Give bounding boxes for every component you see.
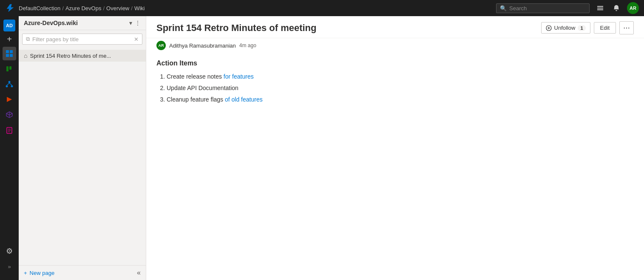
activity-bar-bottom: ⚙ » bbox=[3, 244, 16, 277]
svg-line-13 bbox=[9, 83, 12, 85]
filter-icon: ⧉ bbox=[26, 36, 30, 42]
sidebar-tree: ⌂ Sprint 154 Retro Minutes of me... bbox=[19, 48, 146, 265]
content-body: Action Items Create release notes for fe… bbox=[146, 53, 644, 280]
add-project-button[interactable]: + bbox=[3, 33, 15, 45]
action-item-3: Cleanup feature flags of old features bbox=[167, 95, 634, 104]
sidebar-collapse-icon[interactable]: « bbox=[137, 269, 141, 277]
svg-point-10 bbox=[6, 85, 8, 88]
main-layout: AD + ⚙ » bbox=[0, 16, 644, 280]
svg-point-11 bbox=[11, 85, 13, 88]
action-item-1-text: Create release notes bbox=[167, 73, 224, 80]
app-logo[interactable] bbox=[5, 3, 15, 13]
activity-pipelines[interactable] bbox=[3, 93, 16, 106]
new-page-button[interactable]: + New page bbox=[24, 270, 54, 276]
activity-boards[interactable] bbox=[3, 62, 16, 76]
wiki-title: Azure-DevOps.wiki bbox=[24, 20, 127, 26]
breadcrumb-wiki[interactable]: Wiki bbox=[134, 5, 145, 11]
home-icon: ⌂ bbox=[24, 52, 27, 59]
search-input[interactable] bbox=[509, 5, 586, 11]
add-page-icon: + bbox=[24, 270, 27, 276]
clear-filter-icon[interactable]: ✕ bbox=[134, 36, 139, 42]
content-header: Sprint 154 Retro Minutes of meeting Unfo… bbox=[146, 16, 644, 38]
breadcrumb-sep-2: / bbox=[103, 5, 105, 11]
author-name: Adithya Ramasubramanian bbox=[169, 42, 236, 49]
collapse-icon[interactable]: » bbox=[3, 260, 16, 273]
action-item-1: Create release notes for features bbox=[167, 72, 634, 81]
svg-point-9 bbox=[9, 81, 11, 83]
section-heading: Action Items bbox=[156, 59, 634, 67]
activity-bar-top: AD + bbox=[3, 20, 16, 243]
unfollow-label: Unfollow bbox=[554, 25, 576, 31]
content-actions: Unfollow 1 Edit ⋯ bbox=[541, 21, 634, 34]
svg-rect-8 bbox=[9, 66, 11, 70]
svg-rect-7 bbox=[6, 66, 9, 71]
sidebar-footer: + New page « bbox=[19, 265, 146, 280]
sidebar: Azure-DevOps.wiki ▾ ⋮ ⧉ ✕ ⌂ Sprint 154 R… bbox=[19, 16, 146, 280]
svg-rect-1 bbox=[597, 8, 603, 8]
svg-rect-6 bbox=[10, 54, 13, 57]
action-items-list: Create release notes for features Update… bbox=[156, 72, 634, 104]
activity-testplans[interactable] bbox=[3, 123, 16, 137]
new-page-label: New page bbox=[30, 270, 55, 276]
list-icon[interactable] bbox=[595, 3, 606, 14]
breadcrumb-sep-1: / bbox=[62, 5, 64, 11]
action-item-2-text: Update API Documentation bbox=[167, 85, 238, 91]
action-item-3-link[interactable]: of old features bbox=[225, 96, 263, 103]
search-icon: 🔍 bbox=[500, 5, 507, 11]
svg-rect-5 bbox=[6, 54, 9, 57]
activity-repos[interactable] bbox=[3, 77, 16, 91]
edit-button[interactable]: Edit bbox=[594, 22, 616, 34]
action-item-2: Update API Documentation bbox=[167, 84, 634, 93]
more-icon: ⋯ bbox=[623, 24, 630, 32]
follow-count: 1 bbox=[578, 25, 585, 31]
more-options-button[interactable]: ⋯ bbox=[619, 21, 634, 34]
wiki-more-icon[interactable]: ⋮ bbox=[135, 20, 141, 26]
svg-rect-4 bbox=[10, 50, 13, 53]
top-navigation: DefaultCollection / Azure DevOps / Overv… bbox=[0, 0, 644, 16]
top-nav-right: 🔍 AR bbox=[496, 2, 639, 14]
activity-artifacts[interactable] bbox=[3, 108, 16, 122]
svg-marker-14 bbox=[7, 97, 12, 102]
unfollow-button[interactable]: Unfollow 1 bbox=[541, 22, 590, 34]
action-item-3-text: Cleanup feature flags bbox=[167, 96, 225, 103]
svg-line-12 bbox=[7, 83, 9, 85]
project-icon[interactable]: AD bbox=[3, 20, 15, 31]
tree-item-label: Sprint 154 Retro Minutes of me... bbox=[30, 53, 111, 59]
user-avatar[interactable]: AR bbox=[627, 2, 639, 14]
time-ago: 4m ago bbox=[239, 42, 256, 48]
sidebar-header: Azure-DevOps.wiki ▾ ⋮ bbox=[19, 16, 146, 30]
settings-icon[interactable]: ⚙ bbox=[3, 244, 16, 258]
svg-rect-0 bbox=[597, 6, 603, 7]
wiki-dropdown-icon[interactable]: ▾ bbox=[129, 20, 132, 26]
sidebar-item-sprint154[interactable]: ⌂ Sprint 154 Retro Minutes of me... bbox=[19, 50, 146, 62]
svg-rect-2 bbox=[597, 9, 603, 10]
activity-overview[interactable] bbox=[3, 47, 16, 60]
author-avatar: AR bbox=[156, 41, 166, 50]
svg-rect-3 bbox=[6, 50, 9, 53]
notification-icon[interactable] bbox=[611, 3, 622, 14]
activity-bar: AD + ⚙ » bbox=[0, 16, 19, 280]
breadcrumb-azuredevops[interactable]: Azure DevOps bbox=[65, 5, 102, 11]
breadcrumb-overview[interactable]: Overview bbox=[106, 5, 129, 11]
sidebar-filter-box[interactable]: ⧉ ✕ bbox=[22, 34, 142, 45]
action-item-1-link[interactable]: for features bbox=[224, 73, 254, 80]
content-meta: AR Adithya Ramasubramanian 4m ago bbox=[146, 38, 644, 53]
content-area: Sprint 154 Retro Minutes of meeting Unfo… bbox=[146, 16, 644, 280]
search-box[interactable]: 🔍 bbox=[496, 3, 590, 13]
breadcrumb-sep-3: / bbox=[131, 5, 133, 11]
filter-input[interactable] bbox=[32, 36, 131, 42]
breadcrumb-defaultcollection[interactable]: DefaultCollection bbox=[19, 5, 60, 11]
breadcrumb: DefaultCollection / Azure DevOps / Overv… bbox=[19, 5, 493, 11]
page-title: Sprint 154 Retro Minutes of meeting bbox=[156, 23, 536, 34]
